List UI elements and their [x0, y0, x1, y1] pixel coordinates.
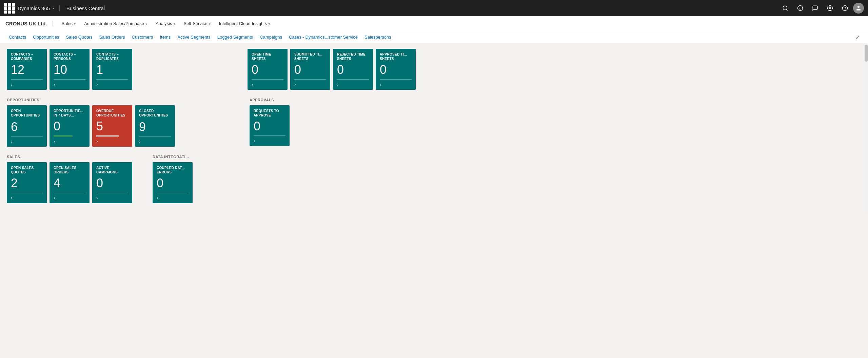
- tile-arrow-icon: ›: [252, 82, 283, 87]
- tile-opp-7days[interactable]: OPPORTUNITIE... IN 7 DAYS... 0 ›: [50, 105, 90, 147]
- tile-title: OPEN SALES ORDERS: [54, 166, 85, 174]
- tile-title: REJECTED TIME SHEETS: [337, 52, 369, 61]
- tile-arrow-icon: ›: [54, 82, 85, 87]
- tile-title: OPEN SALES QUOTES: [11, 166, 43, 174]
- tile-arrow-icon: ›: [11, 82, 43, 87]
- link-items[interactable]: Items: [156, 33, 174, 41]
- tile-arrow-icon: ›: [96, 139, 128, 144]
- svg-point-0: [783, 6, 787, 10]
- tile-overdue-opportunities[interactable]: OVERDUE OPPORTUNITIES 5 ›: [92, 105, 132, 147]
- scrollbar-track[interactable]: [865, 44, 868, 213]
- settings-icon[interactable]: [823, 1, 837, 15]
- tile-value: 0: [337, 63, 369, 77]
- link-contacts[interactable]: Contacts: [5, 33, 29, 41]
- tile-title: REQUESTS TO APPROVE: [254, 109, 285, 118]
- tile-active-campaigns[interactable]: ACTIVE CAMPAIGNS 0 ›: [92, 162, 132, 203]
- tile-value: 9: [139, 120, 171, 134]
- user-avatar[interactable]: [853, 3, 864, 14]
- tile-closed-opportunities[interactable]: CLOSED OPPORTUNITIES 9 ›: [135, 105, 175, 147]
- link-customers[interactable]: Customers: [129, 33, 157, 41]
- link-salespersons[interactable]: Salespersons: [361, 33, 395, 41]
- opportunities-section: OPPORTUNITIES OPEN OPPORTUNITIES 6 › OPP…: [7, 98, 175, 147]
- sales-tiles: OPEN SALES QUOTES 2 › OPEN SALES ORDERS …: [7, 162, 132, 203]
- timesheets-section: OPEN TIME SHEETS 0 › SUBMITTED TI... SHE…: [248, 49, 416, 90]
- tile-arrow-icon: ›: [139, 139, 171, 144]
- tile-rejected-timesheets[interactable]: REJECTED TIME SHEETS 0 ›: [333, 49, 373, 90]
- tile-open-sales-orders[interactable]: OPEN SALES ORDERS 4 ›: [50, 162, 90, 203]
- scrollbar-thumb[interactable]: [865, 45, 868, 62]
- nav-analysis[interactable]: Analysis ∨: [152, 19, 179, 28]
- tile-approved-timesheets[interactable]: APPROVED TI... SHEETS 0 ›: [376, 49, 416, 90]
- tile-contacts-persons[interactable]: CONTACTS – PERSONS 10 ›: [50, 49, 90, 90]
- tile-title: COUPLED DAT... ERRORS: [157, 166, 189, 174]
- link-logged-segments[interactable]: Logged Segments: [214, 33, 257, 41]
- tile-arrow-icon: ›: [254, 138, 285, 143]
- tile-value: 0: [254, 120, 285, 133]
- waffle-menu-icon[interactable]: [4, 3, 15, 14]
- tile-divider: [380, 79, 412, 80]
- tile-title: APPROVED TI... SHEETS: [380, 52, 412, 61]
- tile-title: OPEN TIME SHEETS: [252, 52, 283, 61]
- tile-title: OPPORTUNITIE... IN 7 DAYS...: [54, 109, 85, 118]
- tile-coupled-dat-errors[interactable]: COUPLED DAT... ERRORS 0 ›: [153, 162, 193, 203]
- links-expand-icon[interactable]: ⤢: [853, 33, 863, 42]
- tile-open-opportunities[interactable]: OPEN OPPORTUNITIES 6 ›: [7, 105, 47, 147]
- tile-divider: [294, 79, 326, 80]
- tile-value: 12: [11, 63, 43, 77]
- approvals-section: APPROVALS REQUESTS TO APPROVE 0 ›: [250, 98, 290, 147]
- tile-submitted-timesheets[interactable]: SUBMITTED TI... SHEETS 0 ›: [290, 49, 330, 90]
- tile-divider: [96, 193, 128, 193]
- top-bar: Dynamics 365 › Business Central: [0, 0, 868, 16]
- app-name: Business Central: [66, 5, 105, 11]
- mid-row: OPPORTUNITIES OPEN OPPORTUNITIES 6 › OPP…: [7, 98, 861, 147]
- tile-progress-bar: [96, 135, 119, 136]
- svg-line-1: [786, 9, 787, 10]
- tile-value: 0: [54, 120, 85, 133]
- nav-admin[interactable]: Administration Sales/Purchase ∨: [81, 19, 151, 28]
- link-sales-quotes[interactable]: Sales Quotes: [63, 33, 96, 41]
- nav-selfservice[interactable]: Self-Service ∨: [180, 19, 214, 28]
- tile-value: 0: [96, 176, 128, 190]
- tile-arrow-icon: ›: [11, 139, 43, 144]
- tile-requests-to-approve[interactable]: REQUESTS TO APPROVE 0 ›: [250, 105, 290, 146]
- dynamics365-chevron: ›: [53, 6, 54, 10]
- tile-divider: [11, 136, 43, 136]
- bottom-row: SALES OPEN SALES QUOTES 2 › OPEN SALES O…: [7, 155, 861, 203]
- link-cases[interactable]: Cases - Dynamics...stomer Service: [285, 33, 361, 41]
- tile-value: 0: [157, 176, 189, 190]
- data-integration-label: DATA INTEGRATI...: [153, 155, 193, 159]
- tile-value: 0: [380, 63, 412, 77]
- link-campaigns[interactable]: Campaigns: [256, 33, 285, 41]
- tile-title: SUBMITTED TI... SHEETS: [294, 52, 326, 61]
- tile-divider: [54, 193, 85, 193]
- dynamics365-switcher[interactable]: Dynamics 365 ›: [18, 5, 60, 11]
- tile-divider: [11, 193, 43, 193]
- tile-title: CONTACTS – COMPANIES: [11, 52, 43, 61]
- tile-open-sales-quotes[interactable]: OPEN SALES QUOTES 2 ›: [7, 162, 47, 203]
- search-icon[interactable]: [778, 1, 792, 15]
- link-active-segments[interactable]: Active Segments: [174, 33, 214, 41]
- sales-section: SALES OPEN SALES QUOTES 2 › OPEN SALES O…: [7, 155, 132, 203]
- tile-divider: [157, 193, 189, 193]
- link-opportunities[interactable]: Opportunities: [29, 33, 62, 41]
- tile-arrow-icon: ›: [380, 82, 412, 87]
- nav-sales[interactable]: Sales ∨: [58, 19, 80, 28]
- tile-divider: [54, 79, 85, 80]
- smiley-icon[interactable]: [793, 1, 807, 15]
- nav-cloud[interactable]: Intelligent Cloud Insights ∨: [216, 19, 274, 28]
- nav-admin-chevron: ∨: [145, 22, 147, 25]
- main-content: CONTACTS – COMPANIES 12 › CONTACTS – PER…: [0, 43, 868, 217]
- tile-contacts-companies[interactable]: CONTACTS – COMPANIES 12 ›: [7, 49, 47, 90]
- approvals-tiles: REQUESTS TO APPROVE 0 ›: [250, 105, 290, 146]
- tile-value: 5: [96, 120, 128, 133]
- tile-divider: [139, 136, 171, 136]
- link-sales-orders[interactable]: Sales Orders: [96, 33, 129, 41]
- tile-open-timesheets[interactable]: OPEN TIME SHEETS 0 ›: [248, 49, 288, 90]
- chat-icon[interactable]: [808, 1, 822, 15]
- tile-title: OVERDUE OPPORTUNITIES: [96, 109, 128, 118]
- tile-title: CONTACTS – DUPLICATES: [96, 52, 128, 61]
- help-icon[interactable]: [838, 1, 852, 15]
- tile-title: OPEN OPPORTUNITIES: [11, 109, 43, 118]
- tile-value: 6: [11, 120, 43, 134]
- tile-contacts-duplicates[interactable]: CONTACTS – DUPLICATES 1 ›: [92, 49, 132, 90]
